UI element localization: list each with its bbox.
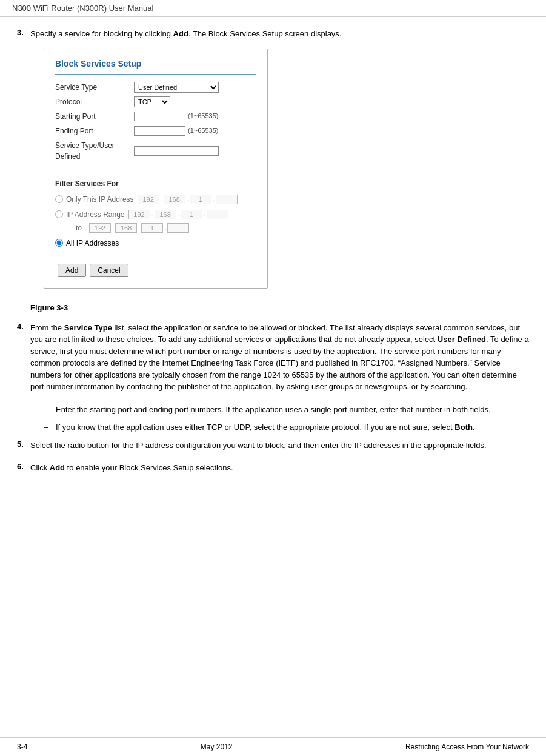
starting-port-row: Starting Port (1~65535): [55, 111, 256, 122]
bullet2-text1: If you know that the application uses ei…: [56, 423, 454, 432]
range-from-oct3[interactable]: [181, 210, 202, 219]
step-3-bold: Add: [173, 29, 188, 38]
only-this-ip-label: Only This IP Address: [66, 194, 134, 205]
only-this-ip-radio[interactable]: [55, 195, 63, 203]
bullet2-text2: .: [473, 423, 475, 432]
only-ip-oct1[interactable]: [138, 195, 159, 204]
step-4: 4. From the Service Type list, select th…: [17, 322, 529, 393]
range-to-oct4[interactable]: [167, 223, 189, 233]
range-from-oct4[interactable]: [207, 210, 228, 219]
step6-bold: Add: [50, 463, 65, 472]
ending-port-label: Ending Port: [55, 125, 134, 136]
user-defined-row: Service Type/User Defined: [55, 140, 256, 162]
all-ip-label: All IP Addresses: [66, 238, 119, 249]
ending-port-hint: (1~65535): [188, 125, 218, 136]
step4-bold2: User Defined: [438, 335, 486, 344]
step-6: 6. Click Add to enable your Block Servic…: [17, 462, 529, 474]
bullet-2-dash: –: [44, 421, 56, 433]
ip-dot-3: .: [213, 194, 215, 204]
ip-range-radio[interactable]: [55, 210, 63, 218]
figure-box: Block Services Setup Service Type User D…: [44, 49, 268, 289]
protocol-label: Protocol: [55, 96, 134, 107]
figure-title: Block Services Setup: [55, 58, 256, 75]
step-5-num: 5.: [17, 440, 30, 452]
step-3-num: 3.: [17, 28, 30, 292]
user-defined-input-group: [134, 146, 219, 156]
button-row: Add Cancel: [58, 264, 256, 277]
bullet-2-text: If you know that the application uses ei…: [56, 421, 475, 433]
step6-text1: Click: [30, 463, 50, 472]
ip-range-to-group: . . .: [89, 222, 189, 233]
only-this-ip-group: . . .: [138, 194, 238, 204]
all-ip-radio[interactable]: [55, 239, 63, 247]
footer-right: Restricting Access From Your Network: [405, 743, 529, 751]
service-type-label: Service Type: [55, 82, 134, 93]
ip-dot-1: .: [161, 194, 162, 204]
page-header: N300 WiFi Router (N300R) User Manual: [0, 0, 546, 17]
ip-range-row: IP Address Range . . .: [55, 209, 256, 233]
ip-range-col: IP Address Range . . .: [66, 209, 228, 233]
range-to-oct3[interactable]: [141, 223, 163, 233]
ip-range-label: IP Address Range: [66, 209, 125, 220]
range-to-oct2[interactable]: [115, 223, 137, 233]
starting-port-input-group: (1~65535): [134, 111, 218, 121]
step-3-before: Specify a service for blocking by clicki…: [30, 29, 173, 38]
bullet-2-row: – If you know that the application uses …: [44, 421, 529, 433]
add-button[interactable]: Add: [58, 264, 86, 277]
step4-text1: From the: [30, 323, 64, 332]
ending-port-input[interactable]: [134, 126, 185, 136]
step-3: 3. Specify a service for blocking by cli…: [17, 28, 529, 292]
filter-section: Filter Services For Only This IP Address…: [55, 178, 256, 256]
step-6-text: Click Add to enable your Block Services …: [30, 462, 233, 474]
filter-section-title: Filter Services For: [55, 178, 256, 189]
starting-port-hint: (1~65535): [188, 111, 218, 121]
bullet-1-block: – Enter the starting port and ending por…: [44, 404, 529, 416]
to-label: to: [76, 222, 82, 233]
user-defined-input[interactable]: [134, 146, 219, 156]
bullet-2-block: – If you know that the application uses …: [44, 421, 529, 433]
page-content: 3. Specify a service for blocking by cli…: [0, 17, 546, 497]
range-from-oct1[interactable]: [128, 210, 150, 219]
ending-port-row: Ending Port (1~65535): [55, 125, 256, 136]
user-defined-label: Service Type/User Defined: [55, 140, 134, 162]
step-3-after: . The Block Services Setup screen displa…: [188, 29, 342, 38]
step-3-text: Specify a service for blocking by clicki…: [30, 28, 341, 292]
footer-left: 3-4: [17, 743, 27, 751]
step-5: 5. Select the radio button for the IP ad…: [17, 440, 529, 452]
step-4-num: 4.: [17, 322, 30, 393]
step-6-num: 6.: [17, 462, 30, 474]
protocol-select[interactable]: TCP: [134, 96, 170, 107]
range-to-oct1[interactable]: [89, 223, 111, 233]
ip-range-from-group: . . .: [128, 209, 228, 219]
starting-port-label: Starting Port: [55, 111, 134, 122]
cancel-button[interactable]: Cancel: [90, 264, 128, 277]
only-ip-oct3[interactable]: [190, 195, 211, 204]
bullet-1-dash: –: [44, 404, 56, 416]
bullet-1-row: – Enter the starting port and ending por…: [44, 404, 529, 416]
only-this-ip-row: Only This IP Address . . .: [55, 194, 256, 205]
step-4-text: From the Service Type list, select the a…: [30, 322, 529, 393]
protocol-input-group: TCP: [134, 96, 170, 107]
bullet-1-text: Enter the starting port and ending port …: [56, 404, 491, 416]
step4-bold1: Service Type: [64, 323, 112, 332]
service-type-row: Service Type User Defined: [55, 82, 256, 93]
ip-dot-2: .: [187, 194, 188, 204]
page-footer: 3-4 May 2012 Restricting Access From You…: [0, 737, 546, 756]
only-ip-oct4[interactable]: [216, 195, 238, 204]
service-type-input-group: User Defined: [134, 82, 219, 93]
bullet2-bold: Both: [454, 423, 473, 432]
ending-port-input-group: (1~65535): [134, 125, 218, 136]
footer-center: May 2012: [201, 743, 233, 751]
protocol-row: Protocol TCP: [55, 96, 256, 107]
figure-caption: Figure 3-3: [30, 303, 529, 312]
all-ip-row: All IP Addresses: [55, 238, 256, 249]
step-5-text: Select the radio button for the IP addre…: [30, 440, 487, 452]
range-from-oct2[interactable]: [155, 210, 176, 219]
service-type-select[interactable]: User Defined: [134, 82, 219, 93]
header-title: N300 WiFi Router (N300R) User Manual: [12, 4, 153, 13]
step6-text2: to enable your Block Services Setup sele…: [65, 463, 233, 472]
starting-port-input[interactable]: [134, 112, 185, 121]
only-ip-oct2[interactable]: [164, 195, 185, 204]
form-section: Service Type User Defined Protocol TCP: [55, 82, 256, 172]
